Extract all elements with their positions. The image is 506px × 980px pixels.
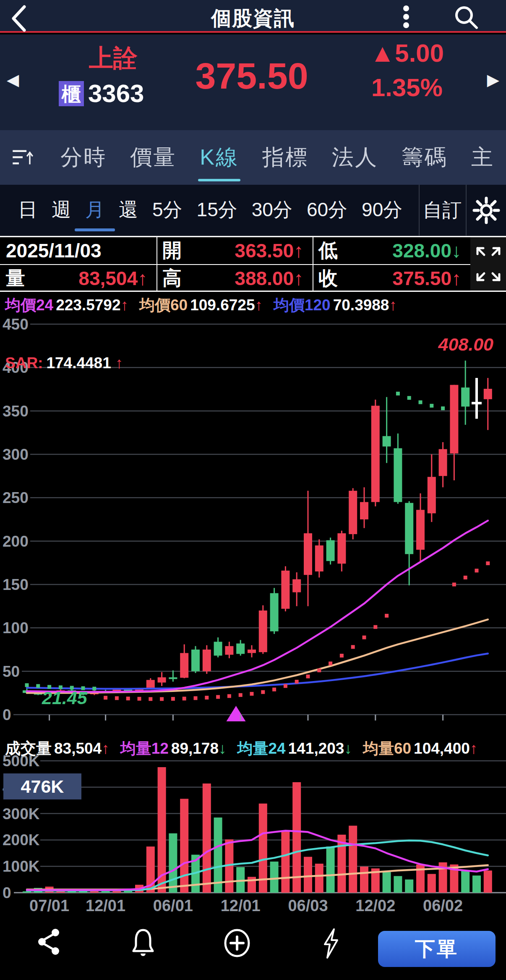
volume-bar (180, 799, 188, 893)
settings-button[interactable] (466, 185, 506, 236)
x-axis-label: 07/01 (29, 897, 69, 914)
sar-dot (239, 693, 243, 697)
sar-dot (363, 636, 366, 639)
gear-icon (472, 197, 500, 224)
period-60分[interactable]: 60分 (300, 184, 355, 236)
tab-K線[interactable]: K線 (188, 130, 250, 185)
sar-dot (261, 690, 265, 694)
volume-bar (102, 891, 110, 893)
volume-bar (472, 875, 481, 893)
price-ma-legend: 均價24223.5792↑均價60109.6725↑均價12070.3988↑ (5, 295, 408, 316)
stock-change-percent: 1.35% (344, 73, 470, 102)
period-月[interactable]: 月 (78, 184, 112, 236)
period-週[interactable]: 週 (44, 184, 78, 236)
stock-code: 3363 (88, 79, 144, 108)
candlestick-body (360, 502, 368, 519)
lightning-icon[interactable] (320, 928, 342, 959)
x-axis-label: 06/01 (153, 897, 193, 914)
candlestick-doji (472, 402, 482, 404)
sar-dot (486, 561, 490, 565)
volume-bar (23, 891, 31, 893)
candlestick-body (416, 510, 425, 550)
tab-價量[interactable]: 價量 (118, 130, 188, 185)
volume-axis-label: 300K (3, 805, 40, 823)
custom-period-button[interactable]: 自訂 (419, 185, 465, 236)
price-axis-label: 350 (3, 403, 29, 420)
volume-axis-label: 200K (3, 831, 40, 849)
kline-chart[interactable]: 450400350300250200150100500500K400K300K2… (0, 292, 506, 917)
candlestick-body (236, 644, 245, 654)
volume-bar (169, 833, 177, 893)
sar-dot (464, 576, 467, 579)
next-stock-button[interactable]: ▶ (487, 71, 499, 89)
bottom-toolbar: 下單 (0, 917, 506, 980)
candlestick-body (259, 611, 267, 652)
volume-bar (349, 825, 357, 893)
candlestick-body (394, 448, 402, 502)
candlestick-body (270, 593, 279, 631)
period-5分[interactable]: 5分 (145, 184, 190, 236)
volume-bar (428, 874, 436, 893)
sar-dot (160, 697, 164, 701)
place-order-button[interactable]: 下單 (378, 931, 496, 967)
candlestick-body (281, 571, 290, 609)
sar-dot (284, 684, 287, 688)
stock-change: ▲5.00 (344, 39, 470, 68)
sar-legend: SAR:174.4481↑ (5, 354, 127, 372)
tab-指標[interactable]: 指標 (250, 130, 320, 185)
alert-bell-icon[interactable] (129, 928, 157, 959)
share-icon[interactable] (36, 928, 63, 957)
fullscreen-button[interactable] (470, 237, 506, 291)
sar-dot (115, 696, 119, 700)
volume-bar (315, 864, 323, 893)
sar-dot (250, 692, 254, 696)
tab-籌碼[interactable]: 籌碼 (390, 130, 459, 185)
sar-dot (149, 697, 152, 701)
price-axis-label: 450 (3, 316, 29, 333)
candlestick-body (169, 677, 177, 679)
candlestick-body (225, 646, 233, 655)
price-axis-label: 50 (3, 663, 20, 680)
add-circle-icon[interactable] (222, 928, 252, 959)
period-還[interactable]: 還 (112, 184, 145, 236)
expand-icon (475, 246, 502, 283)
ohlc-panel: 2025/11/03 開363.50↑ 低328.00↓ 量83,504↑ 高3… (0, 236, 506, 292)
ohlc-cell-高: 高388.00↑ (156, 265, 313, 292)
period-90分[interactable]: 90分 (355, 184, 409, 236)
sar-dot (104, 696, 107, 700)
period-30分[interactable]: 30分 (245, 184, 300, 236)
sar-dot (126, 697, 130, 700)
sar-dot (194, 696, 198, 700)
max-volume-badge: 476K (3, 773, 81, 799)
volume-bar (394, 876, 402, 893)
volume-bar (214, 818, 222, 893)
volume-legend: 成交量83,504↑均量1289,178↓均量24141,203↓均量60104… (5, 738, 488, 759)
candlestick-body (337, 533, 346, 563)
sar-dot (306, 675, 310, 679)
x-axis-label: 12/02 (355, 897, 395, 914)
menu-kebab-icon[interactable] (398, 4, 415, 29)
period-high-label: 408.00 (438, 334, 493, 355)
ohlc-cell-收: 收375.50↑ (313, 265, 470, 292)
market-badge: 櫃 (59, 81, 84, 106)
search-icon[interactable] (452, 3, 480, 31)
period-15分[interactable]: 15分 (190, 184, 245, 236)
sar-dot (272, 688, 276, 692)
tab-法人[interactable]: 法人 (320, 130, 390, 185)
sar-dot (373, 625, 377, 629)
candlestick-body (248, 650, 256, 653)
x-axis-label: 12/01 (86, 897, 125, 914)
tab-分時[interactable]: 分時 (49, 130, 118, 185)
volume-bar (405, 880, 413, 893)
period-日[interactable]: 日 (11, 184, 44, 236)
volume-bar (383, 872, 391, 893)
sar-dot (138, 697, 141, 701)
sar-dot (452, 583, 456, 587)
sar-dot (430, 404, 433, 408)
prev-stock-button[interactable]: ◀ (7, 71, 19, 89)
stock-info-bar: ◀ 上詮 櫃 3363 375.50 ▲5.00 1.35% ▶ (0, 34, 506, 130)
sar-dot (183, 697, 186, 700)
sort-indicator-icon[interactable] (12, 142, 34, 173)
candlestick-body (292, 579, 301, 592)
tab-主[interactable]: 主 (459, 130, 506, 185)
